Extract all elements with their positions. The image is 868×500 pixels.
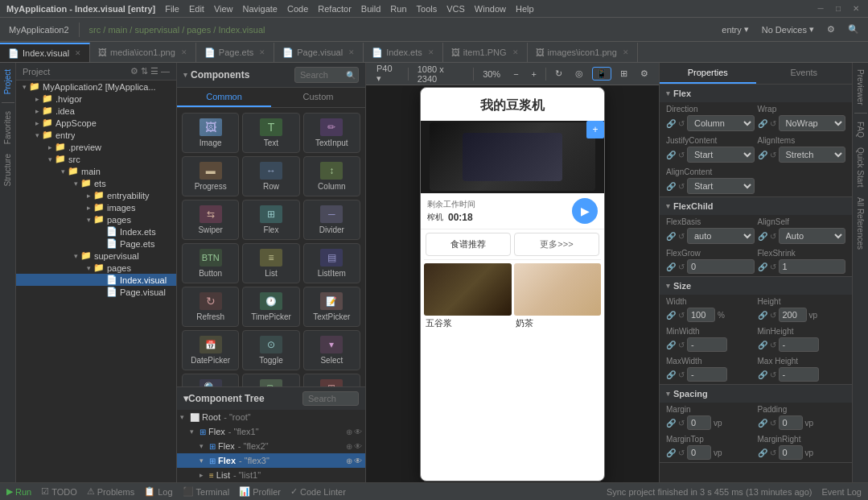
comp-refresh[interactable]: ↻ Refresh bbox=[182, 287, 239, 327]
menu-build[interactable]: Build bbox=[361, 4, 381, 14]
code-linter-button[interactable]: ✓ Code Linter bbox=[290, 486, 346, 497]
food-rec-btn[interactable]: 食谱推荐 bbox=[426, 233, 511, 256]
menu-vcs[interactable]: VCS bbox=[446, 4, 465, 14]
maxwidth-input[interactable] bbox=[687, 367, 727, 382]
tab-index-visual[interactable]: 📄 Index.visual ✕ bbox=[0, 43, 90, 62]
aligncontent-select[interactable]: StartCenter bbox=[687, 178, 755, 194]
comp-griditem[interactable]: ⊞ GridItem bbox=[303, 374, 360, 386]
prop-section-flex-header[interactable]: ▾ Flex bbox=[660, 85, 852, 102]
prop-section-spacing-header[interactable]: ▾ Spacing bbox=[660, 385, 852, 403]
alignself-select[interactable]: Auto bbox=[779, 228, 846, 244]
search-everywhere-button[interactable]: 🔍 bbox=[844, 23, 863, 36]
zoom-out-button[interactable]: − bbox=[509, 68, 522, 81]
comp-timepicker[interactable]: 🕐 TimePicker bbox=[242, 287, 299, 327]
tree-item-pages-visual[interactable]: ▾ 📁 pages bbox=[16, 262, 176, 274]
minwidth-input[interactable] bbox=[687, 337, 727, 352]
all-references-panel-toggle[interactable]: All References bbox=[854, 194, 866, 253]
tab-close-page-ets[interactable]: ✕ bbox=[259, 48, 265, 56]
flex1-action2[interactable]: 👁 bbox=[354, 428, 362, 436]
menu-window[interactable]: Window bbox=[475, 4, 506, 14]
comp-image[interactable]: 🖼 Image bbox=[182, 113, 239, 153]
log-button[interactable]: 📋 Log bbox=[144, 486, 172, 497]
flexbasis-select[interactable]: auto bbox=[687, 228, 755, 244]
tab-close-index-visual[interactable]: ✕ bbox=[75, 49, 81, 57]
tree-item-supervisual[interactable]: ▾ 📁 supervisual bbox=[16, 250, 176, 262]
comp-divider[interactable]: ─ Divider bbox=[303, 200, 360, 240]
tree-item-pages-ets[interactable]: ▾ 📁 pages bbox=[16, 213, 176, 225]
padding-input[interactable] bbox=[779, 415, 803, 430]
tab-index-ets[interactable]: 📄 Index.ets ✕ bbox=[364, 43, 443, 62]
settings-button[interactable]: ⚙ bbox=[823, 23, 839, 36]
flex3-action2[interactable]: 👁 bbox=[354, 457, 362, 465]
components-tab-custom[interactable]: Custom bbox=[271, 88, 365, 107]
zoom-in-button[interactable]: + bbox=[528, 68, 541, 81]
menu-edit[interactable]: Edit bbox=[189, 4, 204, 14]
maxheight-input[interactable] bbox=[779, 367, 819, 382]
layout-button[interactable]: ⊞ bbox=[616, 67, 631, 81]
terminal-button[interactable]: ⬛ Terminal bbox=[183, 486, 230, 497]
maximize-button[interactable]: □ bbox=[833, 3, 844, 14]
tree-item-myapp2[interactable]: ▾ 📁 MyApplication2 [MyApplica... bbox=[16, 81, 176, 93]
comp-row[interactable]: ↔ Row bbox=[242, 156, 299, 196]
comp-swiper[interactable]: ⇆ Swiper bbox=[182, 200, 239, 240]
tree-item-entry[interactable]: ▾ 📁 entry bbox=[16, 129, 176, 141]
comp-select[interactable]: ▾ Select bbox=[303, 330, 360, 370]
tab-images-icon1[interactable]: 🖼 images\icon1.png ✕ bbox=[528, 43, 638, 62]
alignitems-select[interactable]: StretchStartCenter bbox=[779, 147, 846, 163]
comp-search[interactable]: 🔍 Search bbox=[182, 374, 239, 386]
comp-list[interactable]: ≡ List bbox=[242, 243, 299, 283]
marginright-input[interactable] bbox=[779, 445, 803, 460]
tree-item-src[interactable]: ▾ 📁 src bbox=[16, 153, 176, 165]
menu-file[interactable]: File bbox=[165, 4, 179, 14]
comp-text[interactable]: T Text bbox=[242, 113, 299, 153]
comp-toggle[interactable]: ⊙ Toggle bbox=[242, 330, 299, 370]
todo-button[interactable]: ☑ TODO bbox=[41, 486, 77, 497]
project-name[interactable]: MyApplication2 bbox=[5, 23, 73, 36]
menu-run[interactable]: Run bbox=[390, 4, 406, 14]
more-btn[interactable]: 更多>>> bbox=[514, 233, 599, 256]
minimize-button[interactable]: ─ bbox=[815, 3, 826, 14]
tree-item-preview[interactable]: ▸ 📁 .preview bbox=[16, 141, 176, 153]
comp-tree-header[interactable]: ▾ Component Tree bbox=[177, 387, 365, 410]
direction-select[interactable]: ColumnRow bbox=[687, 115, 755, 131]
comp-flex[interactable]: ⊞ Flex bbox=[242, 200, 299, 240]
play-button[interactable]: ▶ bbox=[572, 198, 598, 224]
tab-close-images[interactable]: ✕ bbox=[623, 48, 629, 56]
prop-tab-properties[interactable]: Properties bbox=[660, 63, 756, 84]
tree-item-hvigor[interactable]: ▸ 📁 .hvigor bbox=[16, 93, 176, 105]
tab-page-ets[interactable]: 📄 Page.ets ✕ bbox=[196, 43, 274, 62]
flex2-action1[interactable]: ⊕ bbox=[346, 442, 352, 451]
tab-close-item1[interactable]: ✕ bbox=[512, 48, 519, 56]
device-selector[interactable]: P40 ▾ bbox=[372, 62, 403, 85]
toggle-phone-button[interactable]: 📱 bbox=[592, 67, 611, 81]
project-panel-toggle[interactable]: Project bbox=[2, 66, 14, 97]
favorites-panel-toggle[interactable]: Favorites bbox=[2, 108, 14, 147]
menu-help[interactable]: Help bbox=[516, 4, 534, 14]
tree-item-index-ets[interactable]: 📄 Index.ets bbox=[16, 225, 176, 238]
comp-progress[interactable]: ▬ Progress bbox=[182, 156, 239, 196]
preview-mode-button[interactable]: ◎ bbox=[571, 67, 587, 81]
faq-panel-toggle[interactable]: FAQ bbox=[854, 118, 866, 141]
comp-button[interactable]: BTN Button bbox=[182, 243, 239, 283]
flex2-action2[interactable]: 👁 bbox=[354, 442, 362, 451]
refresh-preview-button[interactable]: ↻ bbox=[551, 67, 566, 81]
comp-tree-list1[interactable]: ▸ ≡ List - "list1" bbox=[177, 468, 365, 482]
comp-datepicker[interactable]: 📅 DatePicker bbox=[182, 330, 239, 370]
comp-listitem[interactable]: ▤ ListItem bbox=[303, 243, 360, 283]
margintop-input[interactable] bbox=[687, 445, 711, 460]
comp-tree-search-input[interactable] bbox=[302, 391, 359, 406]
menu-code[interactable]: Code bbox=[287, 4, 308, 14]
prop-section-flexchild-header[interactable]: ▾ FlexChild bbox=[660, 197, 852, 215]
tab-close-index-ets[interactable]: ✕ bbox=[428, 48, 434, 56]
tree-item-ets[interactable]: ▾ 📁 ets bbox=[16, 177, 176, 189]
menu-navigate[interactable]: Navigate bbox=[243, 4, 278, 14]
flex1-action1[interactable]: ⊕ bbox=[346, 428, 352, 436]
comp-stack[interactable]: ⧉ Stack bbox=[242, 374, 299, 386]
menu-view[interactable]: View bbox=[214, 4, 233, 14]
tree-item-page-visual[interactable]: 📄 Page.visual bbox=[16, 286, 176, 298]
tree-item-idea[interactable]: ▸ 📁 .idea bbox=[16, 105, 176, 117]
comp-textinput[interactable]: ✏ TextInput bbox=[303, 113, 360, 153]
tree-item-main[interactable]: ▾ 📁 main bbox=[16, 165, 176, 177]
comp-textpicker[interactable]: 📝 TextPicker bbox=[303, 287, 360, 327]
profiler-button[interactable]: 📊 Profiler bbox=[239, 486, 281, 497]
